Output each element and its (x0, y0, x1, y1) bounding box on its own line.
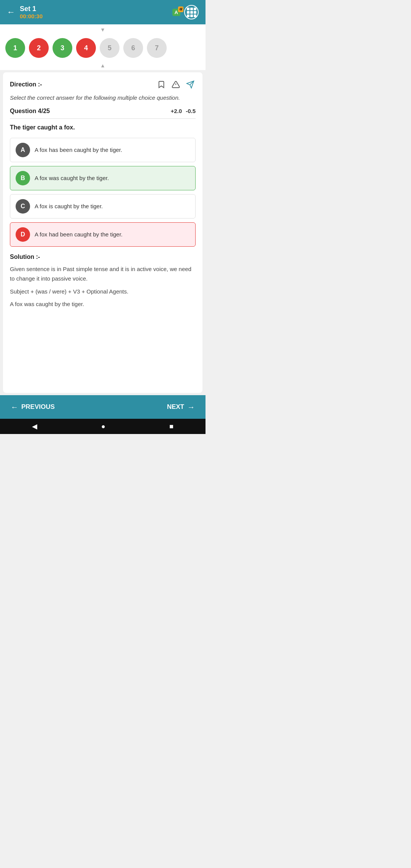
next-arrow-icon: → (187, 403, 195, 412)
question-nav: 1 2 3 4 5 6 7 (0, 34, 206, 62)
option-c-letter: C (16, 199, 30, 214)
question-num-4[interactable]: 4 (76, 38, 96, 58)
question-num-3[interactable]: 3 (53, 38, 72, 58)
option-b-letter: B (16, 171, 30, 185)
solution-para-1: Given sentence is in Past simple tense a… (10, 264, 196, 284)
send-icon[interactable] (185, 79, 196, 90)
question-num-2[interactable]: 2 (29, 38, 49, 58)
set-title: Set 1 (20, 5, 43, 13)
direction-label: Direction :- (10, 81, 42, 88)
positive-mark: +2.0 (171, 108, 182, 114)
previous-button[interactable]: ← PREVIOUS (11, 403, 55, 412)
next-button[interactable]: NEXT → (167, 403, 195, 412)
collapse-arrow-top: ▼ (0, 26, 206, 34)
timer: 00:00:30 (20, 13, 43, 19)
main-card: Direction :- Select the correct answer f… (3, 72, 202, 393)
back-button[interactable]: ← (7, 7, 15, 17)
next-label: NEXT (167, 403, 184, 411)
question-num-6[interactable]: 6 (123, 38, 143, 58)
android-nav: ◀ ● ■ (0, 419, 206, 434)
option-a-text: A fox has been caught by the tiger. (35, 147, 122, 153)
question-number: Question 4/25 (10, 108, 50, 115)
negative-mark: -0.5 (186, 108, 196, 114)
option-a-letter: A (16, 143, 30, 157)
question-num-7[interactable]: 7 (147, 38, 167, 58)
android-back-button[interactable]: ◀ (32, 422, 37, 431)
option-b[interactable]: B A fox was caught by the tiger. (10, 166, 196, 190)
question-info-row: Question 4/25 +2.0 -0.5 (10, 108, 196, 119)
direction-text: Select the correct answer for the follow… (10, 94, 196, 102)
previous-label: PREVIOUS (21, 403, 55, 411)
bottom-nav: ← PREVIOUS NEXT → (0, 395, 206, 419)
question-num-5[interactable]: 5 (100, 38, 119, 58)
question-nav-container: ▼ 1 2 3 4 5 6 7 ▲ (0, 24, 206, 70)
solution-para-3: A fox was caught by the tiger. (10, 299, 196, 309)
option-b-text: A fox was caught by the tiger. (35, 175, 109, 181)
prev-arrow-icon: ← (11, 403, 18, 412)
solution-label: Solution :- (10, 254, 196, 260)
bookmark-icon[interactable] (156, 79, 167, 90)
header-left: ← Set 1 00:00:30 (7, 5, 43, 19)
collapse-arrow-bottom: ▲ (0, 62, 206, 70)
grid-icon (187, 8, 196, 17)
android-recent-button[interactable]: ■ (169, 423, 174, 431)
option-d-text: A fox had been caught by the tiger. (35, 231, 123, 238)
android-home-button[interactable]: ● (101, 423, 105, 431)
option-d[interactable]: D A fox had been caught by the tiger. (10, 222, 196, 247)
option-d-letter: D (16, 227, 30, 242)
direction-row: Direction :- (10, 79, 196, 90)
app-header: ← Set 1 00:00:30 A अ (0, 0, 206, 24)
option-c-text: A fox is caught by the tiger. (35, 203, 103, 209)
direction-icons (156, 79, 196, 90)
translate-button[interactable]: A अ (172, 9, 180, 16)
question-num-1[interactable]: 1 (5, 38, 25, 58)
option-c[interactable]: C A fox is caught by the tiger. (10, 194, 196, 219)
header-title-block: Set 1 00:00:30 (20, 5, 43, 19)
header-icons: A अ (172, 5, 199, 19)
solution-para-2: Subject + (was / were) + V3 + Optional A… (10, 287, 196, 297)
question-text: The tiger caught a fox. (10, 124, 196, 131)
grid-button[interactable] (184, 5, 199, 19)
option-a[interactable]: A A fox has been caught by the tiger. (10, 138, 196, 162)
report-icon[interactable] (170, 79, 181, 90)
marks: +2.0 -0.5 (171, 108, 196, 114)
